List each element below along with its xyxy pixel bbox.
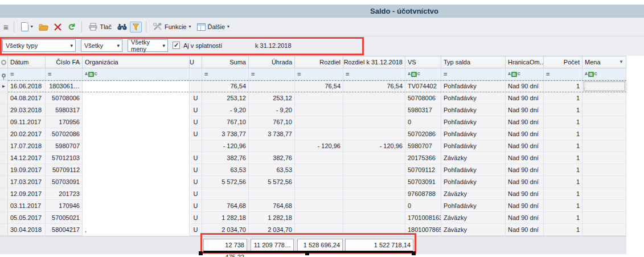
cell-datum[interactable]: 17.07.2018 [8,140,46,152]
column-header-cislo[interactable]: Číslo FA [46,56,83,68]
filter-button[interactable] [130,22,142,32]
cell-hranica[interactable]: Nad 90 dní [506,176,544,188]
delete-button[interactable] [51,22,64,32]
cell-mena[interactable] [583,152,626,164]
column-header-rozdiel_k[interactable]: Rozdiel k 31.12.2018 [343,56,405,68]
cell-rozdiel[interactable]: 76,54 [295,80,343,92]
cell-uhrada[interactable] [249,80,295,92]
cell-uhrada[interactable]: 63,53 [249,164,295,176]
cell-org[interactable] [83,200,190,212]
cell-cislo[interactable]: 57005021 [46,212,83,224]
cell-vs[interactable]: TV074402 [405,80,441,92]
autofilter-cell-cislo[interactable]: = [46,68,83,80]
cell-pocet[interactable]: 1 [544,128,583,140]
cell-pocet[interactable]: 1 [544,92,583,104]
cell-cislo[interactable]: 170946 [46,200,83,212]
cell-hranica[interactable]: Nad 90 dní [506,104,544,116]
cell-hranica[interactable]: Nad 90 dní [506,224,544,236]
column-header-mena[interactable]: Mena▼ [583,56,626,68]
table-row[interactable]: 17.07.20185980707- 120,96- 120,96- 120,9… [0,140,626,152]
cell-cislo[interactable]: 5980317 [46,104,83,116]
cell-cislo[interactable]: 170956 [46,116,83,128]
equals-icon[interactable]: = [297,68,301,80]
column-filter-dropdown-icon[interactable]: ▼ [619,56,624,68]
cell-rozdiel[interactable] [295,212,343,224]
cell-u[interactable]: U [190,128,202,140]
cell-org[interactable] [83,164,190,176]
cell-datum[interactable]: 09.11.2017 [8,116,46,128]
column-header-vs[interactable]: VS [405,56,441,68]
cell-suma[interactable]: 76,54 [202,80,249,92]
cell-rozdiel_k[interactable] [343,152,405,164]
cell-rozdiel[interactable] [295,188,343,200]
cell-mena[interactable] [583,80,626,92]
cell-cislo[interactable]: 57012103 [46,152,83,164]
autofilter-cell-rozdiel_k[interactable]: = [343,68,405,80]
cell-mena[interactable] [583,92,626,104]
cell-rozdiel_k[interactable] [343,128,405,140]
cell-mena[interactable] [583,116,626,128]
cell-rozdiel[interactable] [295,164,343,176]
cell-uhrada[interactable]: 2 034,70 [249,224,295,236]
cell-u[interactable]: U [190,92,202,104]
functions-button[interactable]: Funkcie ▾ [150,21,194,32]
cell-suma[interactable]: 382,76 [202,152,249,164]
cell-hranica[interactable]: Nad 90 dní [506,188,544,200]
cell-pocet[interactable]: 1 [544,212,583,224]
cell-cislo[interactable]: 5980707 [46,140,83,152]
cell-vs[interactable]: 0 [405,200,441,212]
cell-datum[interactable]: 30.04.2018 [8,224,46,236]
autofilter-cell-vs[interactable]: ABC [405,68,441,80]
cell-u[interactable] [190,80,202,92]
cell-pocet[interactable]: 1 [544,152,583,164]
cell-hranica[interactable]: Nad 90 dní [506,116,544,128]
menu-icon[interactable]: ≡ [3,23,9,31]
cell-u[interactable]: U [190,116,202,128]
cell-vs[interactable]: 1701008163 [405,212,441,224]
cell-typ[interactable]: Pohľadávky [441,140,506,152]
cell-typ[interactable]: Záväzky [441,224,506,236]
annotation-handle[interactable] [305,251,309,255]
cell-vs[interactable]: 5980707 [405,140,441,152]
cell-mena[interactable] [583,224,626,236]
table-row[interactable]: 19.09.201750709112U63,5363,5350709112Poh… [0,164,626,176]
cell-pocet[interactable]: 1 [544,104,583,116]
table-row[interactable]: 30.04.201858004217,U2 034,702 034,701801… [0,224,626,236]
new-record-button[interactable]: ▾ [18,21,36,33]
cell-typ[interactable]: Pohľadávky [441,104,506,116]
cell-uhrada[interactable] [249,140,295,152]
cell-u[interactable]: U [190,176,202,188]
currency-filter-combo[interactable]: Všetky meny ▾ [128,39,168,52]
cell-mena[interactable] [583,188,626,200]
column-header-rozdiel[interactable]: Rozdiel [295,56,343,68]
cell-datum[interactable]: 19.09.2017 [8,164,46,176]
cell-uhrada[interactable]: 1 282,18 [249,212,295,224]
table-row[interactable]: 29.03.20185980317U- 9,20- 9,205980317Poh… [0,104,626,116]
cell-pocet[interactable]: 1 [544,80,583,92]
cell-vs[interactable]: 1801007865 [405,224,441,236]
autofilter-cell-hranica[interactable]: ABC [506,68,544,80]
cell-uhrada[interactable]: 253,12 [249,92,295,104]
equals-icon[interactable]: = [10,68,14,80]
cell-suma[interactable]: 767,10 [202,116,249,128]
cell-typ[interactable]: Pohľadávky [441,92,506,104]
cell-typ[interactable]: Pohľadávky [441,164,506,176]
cell-uhrada[interactable]: 382,76 [249,152,295,164]
cell-cislo[interactable]: 201723 [46,188,83,200]
cell-datum[interactable]: 20.02.2017 [8,128,46,140]
cell-suma[interactable]: 2 034,70 [202,224,249,236]
table-row[interactable]: 20.02.201750702086U3 738,773 738,7750702… [0,128,626,140]
cell-org[interactable] [83,104,190,116]
cell-hranica[interactable]: Nad 90 dní [506,200,544,212]
cell-pocet[interactable]: 1 [544,164,583,176]
column-header-uhrada[interactable]: Úhrada [249,56,295,68]
open-button[interactable] [36,21,51,32]
autofilter-cell-suma[interactable]: = [202,68,249,80]
cell-typ[interactable]: Záväzky [441,152,506,164]
type-filter-combo[interactable]: Všetky typy ▾ [2,39,76,52]
cell-uhrada[interactable]: - 9,20 [249,104,295,116]
refresh-button[interactable]: ↻ [64,21,77,33]
cell-rozdiel_k[interactable] [343,92,405,104]
cell-rozdiel_k[interactable]: 76,54 [343,80,405,92]
cell-mena[interactable] [583,176,626,188]
